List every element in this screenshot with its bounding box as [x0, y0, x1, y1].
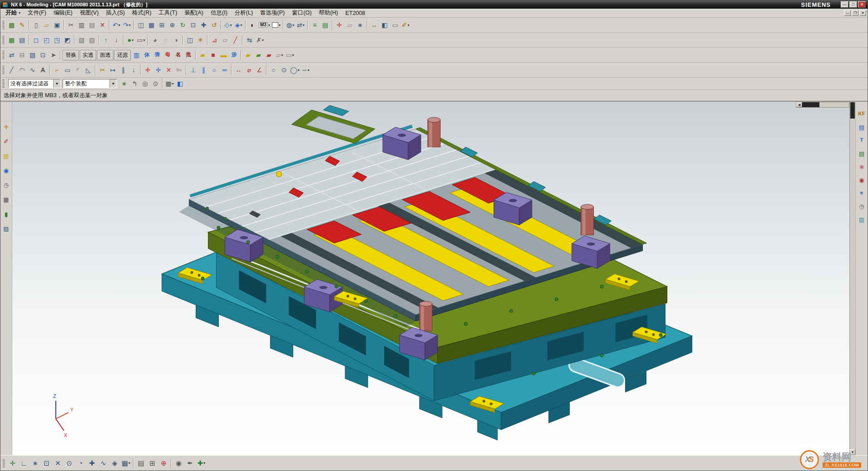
dropdown-arrow-icon[interactable]: ▾	[308, 68, 310, 72]
red-solid-icon[interactable]: ■	[208, 50, 218, 60]
selection-scope-combo[interactable]: 整个装配 ▼	[63, 79, 117, 88]
endpoint-snap-icon[interactable]: ∟	[18, 457, 30, 469]
layer-settings-icon[interactable]: ≡	[310, 20, 320, 30]
chamfer-tool-icon[interactable]: ◺	[83, 65, 94, 75]
isometric-view-icon[interactable]: ◈▾	[233, 20, 244, 30]
macro-ming-button[interactable]: 名	[173, 50, 183, 60]
macro-xiu-button[interactable]: 休	[142, 50, 152, 60]
direct-sketch-icon[interactable]: ✎	[17, 20, 27, 30]
fit-view-icon[interactable]: ⊡	[188, 20, 198, 30]
redo-icon[interactable]: ↷▾	[122, 20, 132, 30]
edit-section-icon[interactable]: ◧	[380, 20, 390, 30]
assembly-navigator-icon[interactable]: ▤	[857, 122, 867, 132]
web-browser-icon[interactable]: ◉	[1, 165, 11, 175]
project-curve-icon[interactable]: ↓	[128, 65, 139, 75]
trimetric-view-icon[interactable]: ◇▾	[223, 20, 233, 30]
model-guide-cylinder[interactable]	[428, 117, 440, 147]
arc-icon[interactable]: ◠	[17, 65, 27, 75]
dropdown-arrow-icon[interactable]: ▾	[230, 23, 232, 27]
arrow-down-icon[interactable]: ↓	[111, 35, 122, 45]
menu-item-11[interactable]: 帮助(H)	[315, 9, 341, 17]
scroll-left-button[interactable]: ◀	[796, 102, 802, 107]
trim-icon[interactable]: ✂	[97, 65, 108, 75]
replace-reference-icon[interactable]: ⇄	[6, 50, 17, 60]
undo-icon[interactable]: ↶▾	[111, 20, 122, 30]
snap-enable-icon[interactable]: ✛	[7, 457, 18, 469]
constraint-navigator-icon[interactable]: T	[857, 135, 867, 145]
hatch-column-icon[interactable]: ▥	[131, 50, 142, 60]
model-guide-cylinder[interactable]	[419, 301, 432, 331]
pan-view-icon[interactable]: ✚	[198, 20, 209, 30]
extend-icon[interactable]: ↦	[108, 65, 118, 75]
dropdown-arrow-icon[interactable]: ▾	[298, 68, 300, 72]
spreadsheet-icon[interactable]: ▦	[6, 35, 17, 45]
menu-item-6[interactable]: 装配(A)	[181, 9, 207, 17]
menu-item-7[interactable]: 信息(I)	[207, 9, 231, 17]
dropdown-arrow-icon[interactable]: ▾	[268, 23, 270, 27]
dropdown-arrow-icon[interactable]: ▾	[303, 23, 305, 27]
menu-item-8[interactable]: 分析(L)	[231, 9, 256, 17]
tile-windows-icon[interactable]: ◫	[136, 20, 146, 30]
gray-tool-icon[interactable]: ▱▾	[274, 50, 285, 60]
part-navigator-icon[interactable]: ▤	[857, 149, 867, 159]
dropdown-arrow-icon[interactable]: ▾	[281, 53, 283, 57]
point-constructor-icon[interactable]: ∗	[355, 20, 365, 30]
cut-icon[interactable]: ✂	[66, 20, 76, 30]
pair-highlight-icon[interactable]: ▰	[197, 50, 208, 60]
dropdown-arrow-icon[interactable]: ▾	[292, 23, 294, 27]
wireframe-icon[interactable]: ◌	[160, 35, 171, 45]
rendering-style-icon[interactable]: ◐	[247, 20, 258, 30]
dropdown-arrow-icon[interactable]: ▾	[128, 461, 130, 465]
dropdown-arrow-icon[interactable]: ▾	[143, 38, 145, 42]
dropdown-arrow-icon[interactable]: ▾	[279, 23, 281, 27]
dropdown-arrow-icon[interactable]: ▾	[129, 23, 131, 27]
schematic-icon[interactable]: ▤	[17, 35, 27, 45]
constraint-parallel-icon[interactable]: ∥	[198, 65, 209, 75]
menu-item-3[interactable]: 插入(S)	[102, 9, 128, 17]
display-toggle-button-3[interactable]: 还原	[114, 50, 131, 60]
control-point-snap-icon[interactable]: ⊡	[41, 457, 52, 469]
visualization-icon[interactable]: ▮	[1, 209, 11, 219]
graphics-window[interactable]: Z Y X ◀	[12, 102, 849, 455]
delete-icon[interactable]: ✕	[97, 20, 108, 30]
paste-face-icon[interactable]: ▧	[76, 35, 87, 45]
mdi-minimize-button[interactable]: —	[844, 10, 851, 16]
arrow-up-icon[interactable]: ↑	[101, 35, 111, 45]
close-button[interactable]: ✕	[858, 1, 866, 8]
text-tool-icon[interactable]: A	[38, 65, 48, 75]
pin-icon[interactable]: ✒	[184, 457, 196, 469]
constraint-equal-icon[interactable]: ═	[219, 65, 230, 75]
datum-plane-icon[interactable]: ▱	[345, 20, 355, 30]
constraint-tangent-icon[interactable]: ○	[209, 65, 219, 75]
zoom-window-icon[interactable]: ⊞	[157, 20, 167, 30]
tool-green-icon[interactable]: ▰	[253, 50, 264, 60]
zoom-in-out-icon[interactable]: ⊕	[167, 20, 178, 30]
arc-center-snap-icon[interactable]: ⊙	[64, 457, 75, 469]
selection-up-icon[interactable]: ↰	[129, 79, 140, 89]
dimension-linear-icon[interactable]: ↔	[233, 65, 244, 75]
gradient-tool-icon[interactable]: ▨	[1, 223, 11, 233]
quadrant-snap-icon[interactable]: ◔	[75, 457, 86, 469]
point-blue-icon[interactable]: ✛	[153, 65, 163, 75]
knowledge-fusion-icon[interactable]: KF	[857, 109, 867, 119]
yellow-plate-icon[interactable]: ▬	[218, 50, 229, 60]
fillet-tool-icon[interactable]: ◜	[73, 65, 83, 75]
menu-item-10[interactable]: 窗口(O)	[288, 9, 315, 17]
datum-csys-icon[interactable]: ⊿	[209, 35, 220, 45]
display-toggle-button-2[interactable]: 面透	[97, 50, 113, 60]
vertical-scroll-track[interactable]	[850, 119, 855, 449]
midpoint-snap-icon[interactable]: ∗	[30, 457, 41, 469]
hd3d-tools-icon[interactable]: ◉	[857, 175, 867, 185]
refresh-view-icon[interactable]: ↻	[178, 20, 188, 30]
mdi-close-button[interactable]: ✕	[859, 10, 866, 16]
assembly-sequence-icon[interactable]: ◫	[185, 35, 195, 45]
display-toggle-button-1[interactable]: 实透	[80, 50, 96, 60]
macro-mei-button[interactable]: 每	[163, 50, 173, 60]
maximize-button[interactable]: □	[849, 1, 857, 8]
preview-eye-icon[interactable]: ◎	[140, 79, 150, 89]
cad-model-view[interactable]: Z Y X	[12, 102, 849, 455]
visible-layers-icon[interactable]: ▤	[320, 20, 330, 30]
menu-item-9[interactable]: 首选项(P)	[256, 9, 288, 17]
horizontal-scroll-thumb[interactable]	[802, 102, 819, 107]
history-panel-icon[interactable]: ◷	[857, 201, 867, 211]
